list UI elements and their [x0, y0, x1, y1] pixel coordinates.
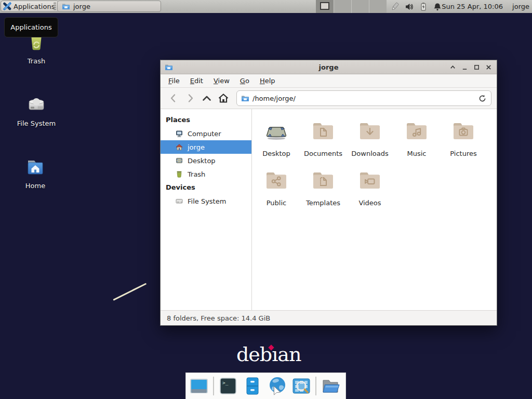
file-item-downloads[interactable]: Downloads — [347, 118, 393, 168]
menubar: File Edit View Go Help — [161, 74, 497, 88]
path-bar[interactable] — [236, 90, 491, 106]
menu-file[interactable]: File — [163, 75, 185, 86]
workspace-1[interactable] — [316, 0, 334, 13]
workspace-2[interactable] — [334, 0, 351, 13]
dock-folder-button[interactable] — [320, 376, 341, 396]
file-item-pictures[interactable]: Pictures — [440, 118, 487, 168]
desktop-icon-home[interactable]: Home — [9, 154, 61, 190]
sidebar-item-jorge[interactable]: jorge — [161, 140, 251, 154]
menu-help[interactable]: Help — [255, 75, 281, 86]
menu-edit[interactable]: Edit — [185, 75, 208, 86]
maximize-button[interactable] — [473, 63, 481, 71]
panel-username[interactable]: jorge — [512, 0, 529, 13]
applications-menu-label: Applications — [14, 3, 55, 10]
system-tray — [390, 0, 442, 13]
dock-terminal-button[interactable]: >_ — [218, 376, 238, 396]
dock-separator — [315, 377, 316, 395]
close-button[interactable] — [485, 63, 493, 71]
documents-folder-icon — [311, 118, 336, 143]
dock-file-manager-button[interactable] — [242, 376, 263, 396]
sidebar-item-computer[interactable]: Computer — [161, 127, 251, 140]
file-item-templates[interactable]: Templates — [300, 168, 347, 217]
panel-clock[interactable]: Sun 25 Apr, 10:06 — [442, 0, 503, 13]
house-icon — [175, 143, 183, 151]
path-input[interactable] — [252, 95, 475, 102]
sidebar-header-places: Places — [161, 113, 251, 127]
dock-application-finder-button[interactable] — [291, 376, 312, 396]
sidebar-item-file-system[interactable]: File System — [161, 194, 251, 208]
volume-icon[interactable] — [405, 2, 414, 11]
debian-logo: debıan — [236, 343, 301, 366]
sidebar-header-devices: Devices — [161, 181, 251, 194]
workspace-pager — [316, 0, 387, 13]
minimize-button[interactable] — [461, 63, 469, 71]
menu-view[interactable]: View — [208, 75, 235, 86]
taskbar-window-button[interactable]: jorge — [57, 1, 161, 12]
desktop-icon — [175, 156, 183, 165]
folder-icon — [62, 2, 70, 10]
home-folder-icon — [23, 154, 48, 179]
sidebar: Places Computer jorge — [161, 109, 252, 310]
trash-icon — [175, 170, 183, 178]
file-grid: Desktop Documents — [252, 109, 497, 310]
menu-go[interactable]: Go — [235, 75, 255, 86]
panel-handle[interactable] — [54, 2, 56, 11]
downloads-folder-icon — [357, 118, 382, 143]
dock: >_ — [185, 373, 346, 399]
workspace-4[interactable] — [369, 0, 387, 13]
templates-folder-icon — [311, 168, 336, 193]
applications-tooltip: Applications — [4, 17, 58, 37]
desktop-icon-label: File System — [10, 119, 62, 127]
xfce-logo-icon — [3, 2, 11, 10]
svg-text:>_: >_ — [222, 380, 229, 385]
pictures-folder-icon — [451, 118, 476, 143]
top-panel: Applications jorge — [0, 0, 532, 13]
back-button[interactable] — [167, 91, 180, 105]
file-item-videos[interactable]: Videos — [347, 168, 393, 217]
file-item-music[interactable]: Music — [393, 118, 440, 168]
folder-icon — [241, 94, 249, 102]
statusbar: 8 folders, Free space: 14.4 GiB — [161, 310, 497, 325]
battery-charging-icon[interactable] — [419, 2, 428, 11]
public-folder-icon — [264, 168, 289, 193]
sidebar-item-trash[interactable]: Trash — [161, 167, 251, 181]
statusbar-text: 8 folders, Free space: 14.4 GiB — [167, 314, 270, 322]
drive-icon — [175, 197, 183, 205]
applications-menu-button[interactable]: Applications — [1, 1, 59, 12]
desktop-surface-icon — [264, 118, 289, 143]
file-manager-window: jorge File Edit View Go Help — [160, 60, 497, 326]
forward-button[interactable] — [183, 91, 197, 105]
stylus-icon[interactable] — [390, 2, 400, 12]
taskbar-window-label: jorge — [73, 3, 90, 10]
dock-web-browser-button[interactable] — [267, 376, 287, 396]
drive-icon — [24, 92, 49, 117]
shade-button[interactable] — [449, 63, 457, 71]
desktop-icon-label: Trash — [10, 57, 62, 65]
workspace-window-thumb — [320, 2, 329, 10]
workspace-3[interactable] — [351, 0, 369, 13]
music-folder-icon — [404, 118, 429, 143]
file-item-desktop[interactable]: Desktop — [253, 118, 300, 168]
window-body: Places Computer jorge — [161, 109, 497, 310]
home-button[interactable] — [217, 91, 230, 105]
notifications-bell-icon[interactable] — [433, 2, 442, 11]
toolbar — [161, 88, 497, 109]
sidebar-item-desktop[interactable]: Desktop — [161, 154, 251, 167]
file-item-public[interactable]: Public — [253, 168, 300, 217]
dock-show-desktop-button[interactable] — [189, 376, 209, 396]
file-item-documents[interactable]: Documents — [300, 118, 347, 168]
videos-folder-icon — [357, 168, 382, 193]
reload-icon[interactable] — [478, 94, 487, 103]
desktop-icon-label: Home — [9, 182, 61, 190]
stylus-stroke — [113, 283, 147, 300]
up-button[interactable] — [200, 91, 214, 105]
window-title: jorge — [161, 63, 497, 71]
computer-icon — [175, 129, 183, 138]
dock-separator — [213, 377, 214, 395]
desktop-icon-file-system[interactable]: File System — [10, 92, 62, 127]
window-titlebar[interactable]: jorge — [161, 60, 497, 74]
